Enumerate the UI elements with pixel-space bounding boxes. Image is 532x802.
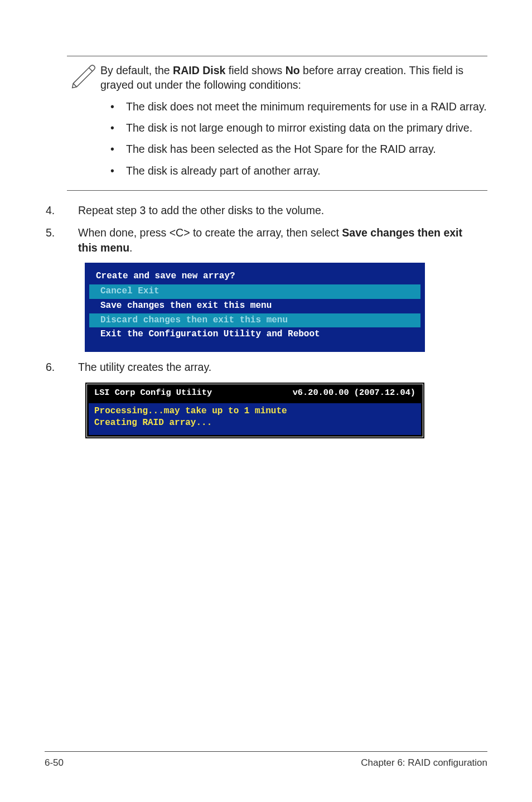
step-5: 5. When done, press <C> to create the ar… — [46, 225, 487, 255]
text: field shows — [225, 64, 285, 76]
create-array-dialog: Create and save new array? Cancel Exit S… — [85, 263, 425, 352]
svg-line-0 — [73, 84, 76, 87]
text: When done, press <C> to create the array… — [78, 226, 342, 239]
text: The disk is already part of another arra… — [126, 165, 321, 177]
dialog-option-exit-reboot: Exit the Configuration Utility and Reboo… — [89, 327, 420, 342]
note-bullet: The disk does not meet the minimum requi… — [110, 99, 487, 114]
text: . — [129, 241, 132, 254]
step-4: 4. Repeat step 3 to add the other disks … — [46, 203, 487, 218]
text: The disk does not meet the minimum requi… — [126, 100, 487, 113]
processing-terminal: LSI Corp Config Utility v6.20.00.00 (200… — [85, 382, 425, 439]
step-number: 5. — [46, 225, 78, 255]
dialog-option-save-changes: Save changes then exit this menu — [89, 299, 420, 313]
processing-line-2: Creating RAID array... — [94, 417, 415, 429]
note-block: By default, the RAID Disk field shows No… — [67, 56, 487, 191]
step-text: When done, press <C> to create the array… — [78, 225, 468, 255]
text: The disk is not large enough to mirror e… — [126, 122, 472, 134]
dialog-option-cancel-exit: Cancel Exit — [89, 284, 420, 299]
text: The disk has been selected as the Hot Sp… — [126, 143, 436, 155]
step-number: 4. — [46, 203, 78, 218]
terminal-header-right: v6.20.00.00 (2007.12.04) — [293, 387, 415, 399]
step-text: Repeat step 3 to add the other disks to … — [78, 203, 468, 218]
text-bold: RAID Disk — [173, 64, 225, 76]
chapter-label: Chapter 6: RAID configuration — [361, 757, 487, 769]
terminal-header-left: LSI Corp Config Utility — [94, 387, 212, 399]
note-bullet: The disk has been selected as the Hot Sp… — [110, 142, 487, 156]
note-bullet: The disk is not large enough to mirror e… — [110, 120, 487, 135]
page-footer: 6-50 Chapter 6: RAID configuration — [45, 751, 487, 769]
step-6: 6. The utility creates the array. — [46, 360, 487, 374]
pencil-note-icon — [67, 61, 100, 93]
text: By default, the — [100, 64, 173, 76]
dialog-title: Create and save new array? — [89, 270, 420, 285]
step-text: The utility creates the array. — [78, 360, 468, 374]
processing-line-1: Processing...may take up to 1 minute — [94, 405, 415, 418]
note-bullet-list: The disk does not meet the minimum requi… — [100, 99, 487, 178]
note-intro: By default, the RAID Disk field shows No… — [100, 63, 487, 93]
text-bold: No — [286, 64, 300, 76]
page-number: 6-50 — [45, 757, 64, 769]
dialog-option-discard-changes: Discard changes then exit this menu — [89, 313, 420, 328]
step-number: 6. — [46, 360, 78, 374]
note-bullet: The disk is already part of another arra… — [110, 163, 487, 178]
